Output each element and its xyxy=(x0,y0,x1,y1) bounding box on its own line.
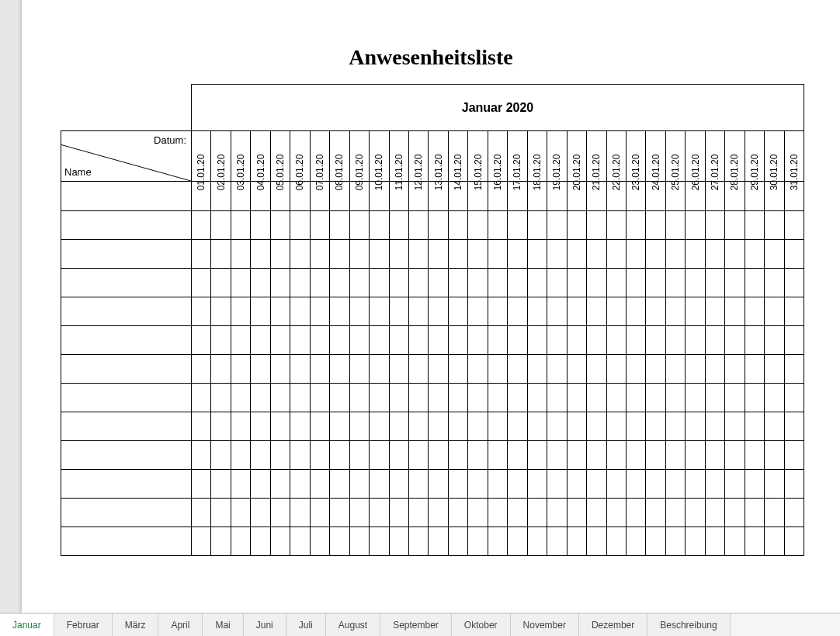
attendance-cell[interactable] xyxy=(765,412,784,440)
attendance-cell[interactable] xyxy=(488,211,508,239)
attendance-cell[interactable] xyxy=(409,470,429,498)
attendance-cell[interactable] xyxy=(765,182,784,210)
attendance-cell[interactable] xyxy=(488,269,508,297)
attendance-cell[interactable] xyxy=(468,412,488,440)
attendance-cell[interactable] xyxy=(449,269,468,297)
attendance-cell[interactable] xyxy=(290,269,310,297)
attendance-cell[interactable] xyxy=(686,326,705,354)
attendance-cell[interactable] xyxy=(390,499,409,527)
attendance-cell[interactable] xyxy=(211,470,231,498)
attendance-cell[interactable] xyxy=(468,355,488,383)
attendance-cell[interactable] xyxy=(607,240,627,268)
attendance-cell[interactable] xyxy=(528,412,547,440)
attendance-cell[interactable] xyxy=(429,412,448,440)
attendance-cell[interactable] xyxy=(547,240,567,268)
attendance-cell[interactable] xyxy=(725,527,745,555)
attendance-cell[interactable] xyxy=(429,441,448,469)
attendance-cell[interactable] xyxy=(607,182,627,210)
attendance-cell[interactable] xyxy=(311,384,330,412)
attendance-cell[interactable] xyxy=(390,441,409,469)
attendance-cell[interactable] xyxy=(271,297,290,325)
attendance-cell[interactable] xyxy=(449,240,468,268)
attendance-cell[interactable] xyxy=(251,527,270,555)
attendance-cell[interactable] xyxy=(785,269,804,297)
attendance-cell[interactable] xyxy=(370,441,389,469)
attendance-cell[interactable] xyxy=(666,182,686,210)
attendance-cell[interactable] xyxy=(390,326,409,354)
attendance-cell[interactable] xyxy=(251,240,270,268)
attendance-cell[interactable] xyxy=(271,269,290,297)
attendance-cell[interactable] xyxy=(528,182,547,210)
attendance-cell[interactable] xyxy=(370,240,389,268)
attendance-cell[interactable] xyxy=(488,527,508,555)
attendance-cell[interactable] xyxy=(568,470,587,498)
attendance-cell[interactable] xyxy=(409,182,429,210)
attendance-cell[interactable] xyxy=(192,240,211,268)
name-cell[interactable] xyxy=(61,269,192,297)
attendance-cell[interactable] xyxy=(231,211,251,239)
attendance-cell[interactable] xyxy=(290,412,310,440)
attendance-cell[interactable] xyxy=(528,499,547,527)
attendance-cell[interactable] xyxy=(528,297,547,325)
attendance-cell[interactable] xyxy=(350,441,370,469)
attendance-cell[interactable] xyxy=(271,412,290,440)
attendance-cell[interactable] xyxy=(449,412,468,440)
attendance-cell[interactable] xyxy=(330,240,349,268)
attendance-cell[interactable] xyxy=(508,297,527,325)
attendance-cell[interactable] xyxy=(706,470,725,498)
attendance-cell[interactable] xyxy=(449,297,468,325)
attendance-cell[interactable] xyxy=(646,240,665,268)
attendance-cell[interactable] xyxy=(211,326,231,354)
attendance-cell[interactable] xyxy=(725,269,745,297)
attendance-cell[interactable] xyxy=(429,355,448,383)
attendance-cell[interactable] xyxy=(370,527,389,555)
attendance-cell[interactable] xyxy=(646,182,665,210)
attendance-cell[interactable] xyxy=(488,326,508,354)
attendance-cell[interactable] xyxy=(429,384,448,412)
attendance-cell[interactable] xyxy=(350,269,370,297)
attendance-cell[interactable] xyxy=(468,384,488,412)
attendance-cell[interactable] xyxy=(508,527,527,555)
attendance-cell[interactable] xyxy=(587,499,606,527)
attendance-cell[interactable] xyxy=(350,355,370,383)
attendance-cell[interactable] xyxy=(271,326,290,354)
attendance-cell[interactable] xyxy=(330,499,349,527)
attendance-cell[interactable] xyxy=(192,355,211,383)
attendance-cell[interactable] xyxy=(745,297,765,325)
attendance-cell[interactable] xyxy=(508,441,527,469)
attendance-cell[interactable] xyxy=(192,470,211,498)
attendance-cell[interactable] xyxy=(587,326,606,354)
attendance-cell[interactable] xyxy=(290,240,310,268)
attendance-cell[interactable] xyxy=(488,182,508,210)
attendance-cell[interactable] xyxy=(350,527,370,555)
attendance-cell[interactable] xyxy=(231,326,251,354)
attendance-cell[interactable] xyxy=(607,441,627,469)
attendance-cell[interactable] xyxy=(290,355,310,383)
attendance-cell[interactable] xyxy=(706,355,725,383)
attendance-cell[interactable] xyxy=(311,297,330,325)
attendance-cell[interactable] xyxy=(508,412,527,440)
attendance-cell[interactable] xyxy=(311,182,330,210)
attendance-cell[interactable] xyxy=(686,384,705,412)
attendance-cell[interactable] xyxy=(390,470,409,498)
attendance-cell[interactable] xyxy=(350,326,370,354)
attendance-cell[interactable] xyxy=(350,240,370,268)
attendance-cell[interactable] xyxy=(211,384,231,412)
attendance-cell[interactable] xyxy=(290,441,310,469)
attendance-cell[interactable] xyxy=(508,470,527,498)
attendance-cell[interactable] xyxy=(587,441,606,469)
attendance-cell[interactable] xyxy=(745,240,765,268)
attendance-cell[interactable] xyxy=(251,269,270,297)
attendance-cell[interactable] xyxy=(706,499,725,527)
attendance-cell[interactable] xyxy=(350,182,370,210)
attendance-cell[interactable] xyxy=(627,269,646,297)
attendance-cell[interactable] xyxy=(725,412,745,440)
attendance-cell[interactable] xyxy=(330,470,349,498)
attendance-cell[interactable] xyxy=(785,297,804,325)
attendance-cell[interactable] xyxy=(311,470,330,498)
attendance-cell[interactable] xyxy=(330,211,349,239)
attendance-cell[interactable] xyxy=(785,240,804,268)
attendance-cell[interactable] xyxy=(311,211,330,239)
attendance-cell[interactable] xyxy=(370,269,389,297)
attendance-cell[interactable] xyxy=(607,326,627,354)
